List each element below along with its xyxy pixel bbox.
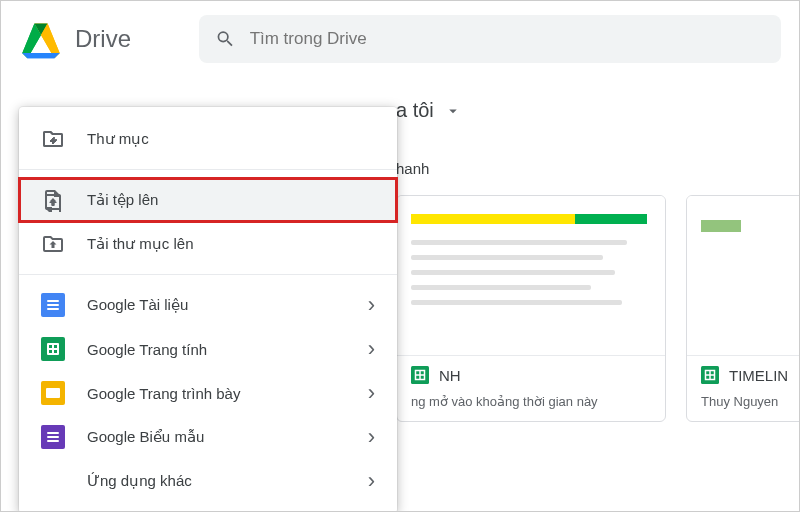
menu-item-label: Ứng dụng khác	[87, 472, 192, 490]
chevron-down-icon	[444, 102, 462, 120]
forms-icon	[41, 425, 65, 449]
menu-google-slides[interactable]: Google Trang trình bày ›	[19, 371, 397, 415]
menu-item-label: Google Trang trình bày	[87, 385, 240, 402]
file-card-subtitle: ng mở vào khoảng thời gian này	[397, 394, 665, 421]
menu-upload-folder[interactable]: Tải thư mục lên	[19, 222, 397, 266]
chevron-right-icon: ›	[368, 338, 375, 360]
search-input[interactable]	[250, 29, 765, 49]
breadcrumb-current: a tôi	[396, 99, 434, 122]
drive-logo-icon	[19, 19, 63, 59]
search-bar[interactable]	[199, 15, 781, 63]
chevron-right-icon: ›	[368, 294, 375, 316]
sheets-icon	[701, 366, 719, 384]
folder-upload-icon	[41, 232, 65, 256]
menu-google-sheets[interactable]: Google Trang tính ›	[19, 327, 397, 371]
menu-item-label: Google Biểu mẫu	[87, 428, 204, 446]
menu-new-folder[interactable]: Thư mục	[19, 117, 397, 161]
file-card[interactable]: NH ng mở vào khoảng thời gian này	[396, 195, 666, 422]
chevron-right-icon: ›	[368, 382, 375, 404]
menu-item-label: Thư mục	[87, 130, 149, 148]
menu-google-docs[interactable]: Google Tài liệu ›	[19, 283, 397, 327]
file-card[interactable]: TIMELIN Thuy Nguyen	[686, 195, 800, 422]
menu-item-label: Tải tệp lên	[87, 191, 158, 209]
file-thumbnail	[687, 196, 800, 356]
menu-item-label: Google Tài liệu	[87, 296, 188, 314]
slides-icon	[41, 381, 65, 405]
menu-separator	[19, 274, 397, 275]
file-card-title: TIMELIN	[729, 367, 788, 384]
app-header: Drive	[1, 1, 799, 77]
menu-google-forms[interactable]: Google Biểu mẫu ›	[19, 415, 397, 459]
file-upload-icon	[41, 188, 65, 212]
file-thumbnail	[397, 196, 665, 356]
breadcrumb[interactable]: a tôi	[396, 93, 799, 140]
docs-icon	[41, 293, 65, 317]
chevron-right-icon: ›	[368, 426, 375, 448]
menu-more-apps[interactable]: Ứng dụng khác ›	[19, 459, 397, 503]
file-card-title: NH	[439, 367, 461, 384]
new-context-menu: Thư mục Tải tệp lên Tải thư mục lên Goog…	[19, 107, 397, 512]
file-card-subtitle: Thuy Nguyen	[687, 394, 800, 421]
quick-access-cards: NH ng mở vào khoảng thời gian này TIMELI…	[396, 195, 799, 422]
folder-plus-icon	[41, 127, 65, 151]
product-name: Drive	[75, 25, 131, 53]
chevron-right-icon: ›	[368, 470, 375, 492]
sheets-icon	[41, 337, 65, 361]
sheets-icon	[411, 366, 429, 384]
quick-access-heading: hanh	[396, 160, 799, 177]
menu-separator	[19, 169, 397, 170]
menu-item-label: Google Trang tính	[87, 341, 207, 358]
menu-upload-file[interactable]: Tải tệp lên	[19, 178, 397, 222]
blank-icon	[41, 469, 65, 493]
menu-item-label: Tải thư mục lên	[87, 235, 194, 253]
main-content: a tôi hanh NH ng mở vào khoảng thời gian…	[396, 93, 799, 422]
search-icon	[215, 28, 236, 50]
